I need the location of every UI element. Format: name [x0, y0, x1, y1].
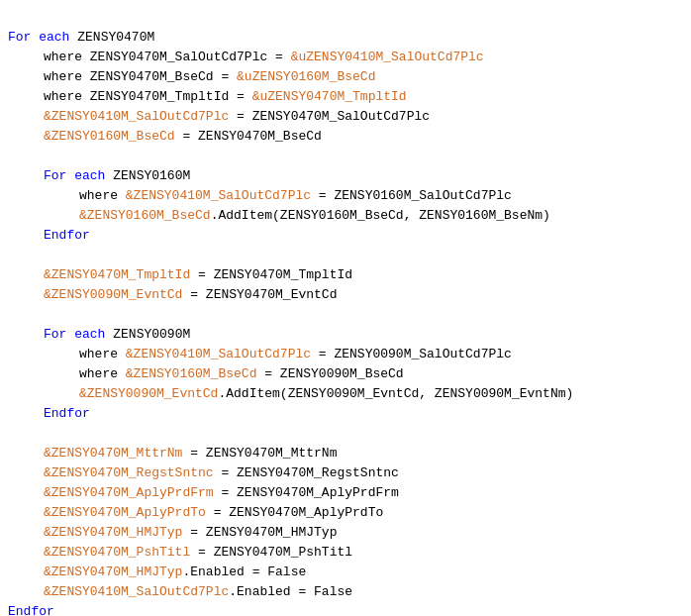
code-line: &ZENSY0470M_HMJTyp.Enabled = False: [0, 563, 691, 582]
code-line: Endfor: [0, 404, 691, 424]
code-line: &ZENSY0470M_AplyPrdTo = ZENSY0470M_AplyP…: [0, 503, 691, 523]
code-line: &ZENSY0090M_EvntCd = ZENSY0470M_EvntCd: [0, 285, 691, 305]
code-line: &ZENSY0160M_BseCd.AddItem(ZENSY0160M_Bse…: [0, 206, 691, 226]
code-line: &ZENSY0090M_EvntCd.AddItem(ZENSY0090M_Ev…: [0, 384, 691, 404]
keyword: Endfor: [8, 604, 54, 616]
code-text: where ZENSY0470M_BseCd =: [44, 69, 237, 84]
code-text: where: [79, 188, 126, 203]
variable-reference: &ZENSY0470M_AplyPrdTo: [44, 505, 206, 520]
code-line: &ZENSY0470M_PshTitl = ZENSY0470M_PshTitl: [0, 543, 691, 563]
code-line: where &ZENSY0160M_BseCd = ZENSY0090M_Bse…: [0, 364, 691, 384]
code-text: .AddItem(ZENSY0090M_EvntCd, ZENSY0090M_E…: [218, 386, 573, 401]
code-text: .Enabled = False: [182, 565, 306, 579]
variable-reference: &ZENSY0470M_PshTitl: [44, 545, 190, 560]
code-text: where ZENSY0470M_TmpltId =: [44, 89, 252, 104]
code-text: .AddItem(ZENSY0160M_BseCd, ZENSY0160M_Bs…: [211, 208, 550, 223]
variable-reference: &uZENSY0160M_BseCd: [237, 69, 375, 84]
code-line: For each ZENSY0160M: [0, 166, 691, 186]
code-line: &ZENSY0410M_SalOutCd7Plc = ZENSY0470M_Sa…: [0, 107, 691, 127]
code-line: [0, 424, 691, 444]
code-text: = ZENSY0470M_AplyPrdTo: [206, 505, 383, 520]
code-text: ZENSY0160M: [113, 168, 190, 183]
variable-reference: &ZENSY0090M_EvntCd: [44, 287, 182, 302]
variable-reference: &ZENSY0410M_SalOutCd7Plc: [126, 188, 311, 203]
code-text: = ZENSY0470M_TmpltId: [190, 267, 352, 282]
variable-reference: &ZENSY0470M_HMJTyp: [44, 565, 182, 579]
code-text: = ZENSY0160M_SalOutCd7Plc: [311, 188, 512, 203]
code-text: = ZENSY0470M_RegstSntnc: [214, 465, 399, 480]
code-text: ZENSY0090M: [113, 327, 190, 342]
keyword: For: [44, 327, 66, 342]
code-line: where ZENSY0470M_SalOutCd7Plc = &uZENSY0…: [0, 48, 691, 67]
variable-reference: &ZENSY0410M_SalOutCd7Plc: [44, 109, 229, 124]
code-line: &ZENSY0160M_BseCd = ZENSY0470M_BseCd: [0, 127, 691, 147]
code-line: &ZENSY0470M_HMJTyp = ZENSY0470M_HMJTyp: [0, 523, 691, 543]
code-line: For each ZENSY0470M: [0, 28, 691, 48]
code-editor: For each ZENSY0470Mwhere ZENSY0470M_SalO…: [0, 0, 691, 616]
code-line: where ZENSY0470M_BseCd = &uZENSY0160M_Bs…: [0, 67, 691, 87]
code-line: [0, 305, 691, 325]
variable-reference: &ZENSY0090M_EvntCd: [79, 386, 218, 401]
variable-reference: &ZENSY0410M_SalOutCd7Plc: [44, 584, 229, 599]
keyword: For: [44, 168, 66, 183]
code-line: &ZENSY0470M_RegstSntnc = ZENSY0470M_Regs…: [0, 463, 691, 483]
code-text: = ZENSY0470M_SalOutCd7Plc: [229, 109, 430, 124]
code-text: where: [79, 366, 126, 381]
variable-reference: &uZENSY0410M_SalOutCd7Plc: [291, 50, 484, 64]
variable-reference: &ZENSY0470M_MttrNm: [44, 446, 182, 461]
keyword: each: [39, 30, 69, 45]
code-line: For each ZENSY0090M: [0, 325, 691, 345]
code-text: .Enabled = False: [229, 584, 352, 599]
variable-reference: &ZENSY0160M_BseCd: [44, 129, 175, 144]
keyword: each: [74, 168, 105, 183]
code-line: where ZENSY0470M_TmpltId = &uZENSY0470M_…: [0, 87, 691, 107]
code-line: where &ZENSY0410M_SalOutCd7Plc = ZENSY01…: [0, 186, 691, 206]
code-text: where: [79, 347, 126, 361]
code-text: = ZENSY0470M_AplyPrdFrm: [214, 485, 399, 500]
code-line: &ZENSY0470M_AplyPrdFrm = ZENSY0470M_Aply…: [0, 483, 691, 503]
variable-reference: &ZENSY0160M_BseCd: [126, 366, 257, 381]
variable-reference: &ZENSY0470M_AplyPrdFrm: [44, 485, 214, 500]
code-text: = ZENSY0090M_BseCd: [256, 366, 403, 381]
code-text: = ZENSY0470M_MttrNm: [182, 446, 337, 461]
code-line: [0, 147, 691, 166]
code-line: &ZENSY0410M_SalOutCd7Plc.Enabled = False: [0, 582, 691, 602]
code-line: Endfor: [0, 226, 691, 246]
code-line: [0, 246, 691, 265]
code-line: Endfor: [0, 602, 691, 616]
code-line: where &ZENSY0410M_SalOutCd7Plc = ZENSY00…: [0, 345, 691, 364]
code-line: &ZENSY0470M_TmpltId = ZENSY0470M_TmpltId: [0, 265, 691, 285]
keyword: each: [74, 327, 105, 342]
code-text: = ZENSY0470M_BseCd: [175, 129, 322, 144]
variable-reference: &uZENSY0470M_TmpltId: [252, 89, 407, 104]
code-text: where ZENSY0470M_SalOutCd7Plc =: [44, 50, 291, 64]
code-text: = ZENSY0470M_HMJTyp: [182, 525, 337, 540]
variable-reference: &ZENSY0470M_RegstSntnc: [44, 465, 214, 480]
code-text: = ZENSY0090M_SalOutCd7Plc: [311, 347, 512, 361]
keyword: For: [8, 30, 31, 45]
code-text: = ZENSY0470M_EvntCd: [182, 287, 337, 302]
variable-reference: &ZENSY0470M_HMJTyp: [44, 525, 182, 540]
code-line: &ZENSY0470M_MttrNm = ZENSY0470M_MttrNm: [0, 444, 691, 463]
keyword: Endfor: [44, 406, 90, 421]
variable-reference: &ZENSY0470M_TmpltId: [44, 267, 190, 282]
variable-reference: &ZENSY0160M_BseCd: [79, 208, 211, 223]
variable-reference: &ZENSY0410M_SalOutCd7Plc: [126, 347, 311, 361]
code-text: = ZENSY0470M_PshTitl: [190, 545, 352, 560]
keyword: Endfor: [44, 228, 90, 243]
code-text: ZENSY0470M: [77, 30, 154, 45]
